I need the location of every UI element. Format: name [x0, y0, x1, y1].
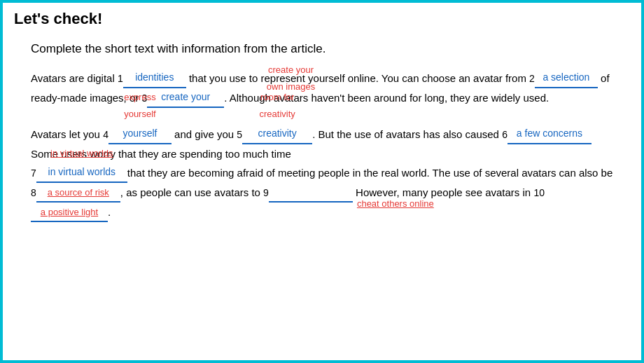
blank-2: a selection [535, 69, 598, 88]
blank7-text: in virtual worlds [48, 166, 115, 177]
blank-3: create your create yourown images [147, 88, 224, 108]
blank5-text: creativity [258, 128, 297, 139]
para2-after3b: hat they are becoming afraid of meeting … [130, 167, 612, 179]
instructions: Complete the short text with information… [31, 42, 613, 56]
num7: 7 [31, 167, 36, 179]
para1-text-between1: that you use to represent yourself onlin… [186, 72, 529, 84]
num6: 6 [502, 129, 507, 140]
num10: 10 [533, 187, 545, 198]
blank3-text: create your [161, 91, 210, 102]
para2-between2a: , a [120, 186, 132, 198]
blank-4: yourself expressyourself [108, 125, 172, 144]
para2-between1: and give you [172, 128, 237, 140]
num9: 9 [263, 187, 269, 198]
hint-8: a source of risk [48, 184, 109, 201]
blank-6: a few concerns [507, 125, 592, 144]
blank-5: creativity room forcreativity [242, 125, 312, 144]
para2-after2: S [31, 148, 38, 160]
num1: 1 [118, 73, 123, 84]
num5: 5 [237, 129, 242, 140]
num4: 4 [103, 129, 108, 140]
hint-7: in virtual worlds [50, 145, 113, 162]
blank-8: a source of risk [36, 201, 120, 203]
blank-7: in virtual worlds in virtual worlds [36, 163, 127, 183]
header: Let's check! [3, 3, 641, 34]
text-block: Avatars are digital 1identities that you… [31, 69, 613, 222]
para2-after1: . But the use of avatars has also caused [312, 128, 502, 140]
hint-9: cheat others online [357, 196, 434, 212]
hint-10: a positive light [41, 204, 98, 221]
num2: 2 [529, 73, 535, 84]
page-title: Let's check! [14, 10, 630, 28]
blank-9: cheat others online [269, 201, 353, 203]
para2-final: . [108, 206, 111, 218]
paragraph-2: Avatars let you 4 yourself expressyourse… [31, 125, 613, 222]
num8: 8 [31, 187, 36, 198]
para1-text-before1: Avatars are digital [31, 72, 118, 84]
blank-1: identities [123, 69, 186, 88]
paragraph-1: Avatars are digital 1identities that you… [31, 69, 613, 108]
hint-5: room forcreativity [259, 89, 295, 123]
blank-10: a positive light [31, 221, 108, 222]
hint-4: expressyourself [124, 89, 156, 123]
content: Complete the short text with information… [3, 34, 641, 238]
para2-between2b: s people can use avatars to [132, 186, 263, 198]
para2-before1: Avatars let you [31, 128, 103, 140]
blank4-text: yourself [122, 128, 157, 139]
